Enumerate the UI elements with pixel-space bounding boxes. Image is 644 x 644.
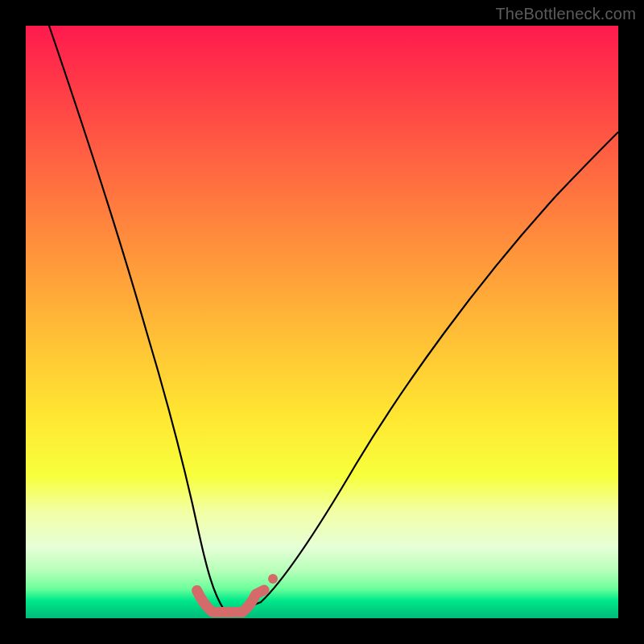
- chart-svg: [26, 26, 618, 618]
- bottleneck-curve: [49, 26, 618, 612]
- watermark-text: TheBottleneck.com: [495, 5, 636, 23]
- outer-frame: TheBottleneck.com: [0, 0, 644, 644]
- optimal-range-marker: [197, 590, 264, 613]
- marker-dot: [268, 574, 278, 584]
